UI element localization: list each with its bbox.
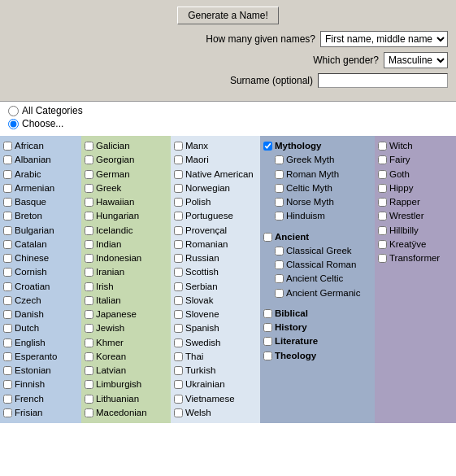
list-item[interactable]: Basque (3, 195, 78, 209)
list-item[interactable]: Classical Roman (263, 258, 371, 272)
list-item[interactable]: Welsh (174, 406, 257, 420)
list-item[interactable]: Macedonian (85, 406, 167, 420)
list-item[interactable]: Native American (174, 168, 257, 181)
list-item[interactable]: African (3, 139, 78, 153)
mythology-checkbox-item[interactable]: Mythology (263, 139, 371, 153)
list-item[interactable]: Estonian (3, 364, 78, 378)
history-checkbox[interactable] (263, 323, 272, 332)
list-item[interactable]: Latvian (85, 364, 167, 378)
list-item[interactable]: Celtic Myth (263, 181, 371, 195)
list-item[interactable]: Croatian (3, 280, 78, 294)
list-item[interactable]: Swedish (174, 336, 257, 350)
list-item[interactable]: Spanish (174, 321, 257, 335)
list-item[interactable]: Roman Myth (263, 168, 371, 181)
ancient-checkbox-item[interactable]: Ancient (263, 230, 371, 244)
list-item[interactable]: Ancient Celtic (263, 272, 371, 286)
list-item[interactable]: Provençal (174, 224, 257, 238)
list-item[interactable]: German (85, 168, 167, 181)
list-item[interactable]: Italian (85, 294, 167, 308)
list-item[interactable]: Hillbilly (378, 224, 453, 238)
list-item[interactable]: Rapper (378, 195, 453, 209)
list-item[interactable]: Iranian (85, 265, 167, 279)
list-item[interactable]: Classical Greek (263, 244, 371, 258)
list-item[interactable]: Esperanto (3, 350, 78, 364)
list-item[interactable]: Cornish (3, 265, 78, 279)
list-item[interactable]: Japanese (85, 308, 167, 321)
list-item[interactable]: Irish (85, 280, 167, 294)
list-item[interactable]: Georgian (85, 153, 167, 167)
list-item[interactable]: Breton (3, 209, 78, 223)
list-item[interactable]: Manx (174, 139, 257, 153)
choose-radio[interactable] (8, 119, 19, 129)
list-item[interactable]: Wrestler (378, 209, 453, 223)
list-item[interactable]: Russian (174, 251, 257, 265)
list-item[interactable]: Czech (3, 294, 78, 308)
list-item[interactable]: Hungarian (85, 209, 167, 223)
list-item[interactable]: Indonesian (85, 251, 167, 265)
list-item[interactable]: Indian (85, 238, 167, 251)
mythology-checkbox[interactable] (263, 142, 272, 151)
given-names-select[interactable]: First name, middle name First name only … (320, 31, 448, 47)
all-categories-radio[interactable] (8, 106, 19, 116)
literature-checkbox-item[interactable]: Literature (263, 334, 371, 348)
list-item[interactable]: Romanian (174, 238, 257, 251)
list-item[interactable]: Witch (378, 139, 453, 153)
list-item[interactable]: Danish (3, 308, 78, 321)
col-5: Witch Fairy Goth Hippy Rapper Wrestler H… (375, 136, 456, 423)
list-item[interactable]: Portuguese (174, 209, 257, 223)
list-item[interactable]: Icelandic (85, 224, 167, 238)
list-item[interactable]: Ancient Germanic (263, 286, 371, 300)
theology-checkbox[interactable] (263, 352, 272, 360)
biblical-checkbox-item[interactable]: Biblical (263, 307, 371, 321)
theology-checkbox-item[interactable]: Theology (263, 349, 371, 363)
list-item[interactable]: Lithuanian (85, 392, 167, 406)
list-item[interactable]: Greek Myth (263, 153, 371, 167)
list-item[interactable]: Galician (85, 139, 167, 153)
list-item[interactable]: Serbian (174, 280, 257, 294)
list-item[interactable]: Goth (378, 168, 453, 181)
col-3: Manx Maori Native American Norwegian Pol… (171, 136, 260, 423)
list-item[interactable]: Turkish (174, 364, 257, 378)
list-item[interactable]: Maori (174, 153, 257, 167)
list-item[interactable]: Finnish (3, 378, 78, 391)
list-item[interactable]: Catalan (3, 238, 78, 251)
list-item[interactable]: Dutch (3, 321, 78, 335)
list-item[interactable]: Bulgarian (3, 224, 78, 238)
given-names-label: How many given names? (206, 33, 315, 45)
list-item[interactable]: Korean (85, 350, 167, 364)
categories-grid: African Albanian Arabic Armenian Basque … (0, 136, 456, 423)
list-item[interactable]: Ukrainian (174, 378, 257, 391)
list-item[interactable]: Scottish (174, 265, 257, 279)
list-item[interactable]: French (3, 392, 78, 406)
ancient-checkbox[interactable] (263, 233, 272, 242)
list-item[interactable]: Khmer (85, 336, 167, 350)
list-item[interactable]: Greek (85, 181, 167, 195)
list-item[interactable]: Armenian (3, 181, 78, 195)
list-item[interactable]: Chinese (3, 251, 78, 265)
list-item[interactable]: Jewish (85, 321, 167, 335)
list-item[interactable]: Hinduism (263, 209, 371, 223)
literature-checkbox[interactable] (263, 337, 272, 346)
list-item[interactable]: Slovak (174, 294, 257, 308)
list-item[interactable]: Transformer (378, 251, 453, 265)
list-item[interactable]: Slovene (174, 308, 257, 321)
list-item[interactable]: Arabic (3, 168, 78, 181)
list-item[interactable]: Fairy (378, 153, 453, 167)
list-item[interactable]: Albanian (3, 153, 78, 167)
gender-select[interactable]: Masculine Feminine (384, 52, 448, 68)
list-item[interactable]: Frisian (3, 406, 78, 420)
surname-input[interactable] (318, 73, 448, 88)
history-checkbox-item[interactable]: History (263, 321, 371, 334)
list-item[interactable]: English (3, 336, 78, 350)
list-item[interactable]: Kreatÿve (378, 238, 453, 251)
list-item[interactable]: Norwegian (174, 181, 257, 195)
list-item[interactable]: Polish (174, 195, 257, 209)
list-item[interactable]: Hawaiian (85, 195, 167, 209)
list-item[interactable]: Thai (174, 350, 257, 364)
generate-button[interactable]: Generate a Name! (177, 7, 279, 24)
list-item[interactable]: Vietnamese (174, 392, 257, 406)
list-item[interactable]: Norse Myth (263, 195, 371, 209)
list-item[interactable]: Hippy (378, 181, 453, 195)
list-item[interactable]: Limburgish (85, 378, 167, 391)
biblical-checkbox[interactable] (263, 309, 272, 318)
